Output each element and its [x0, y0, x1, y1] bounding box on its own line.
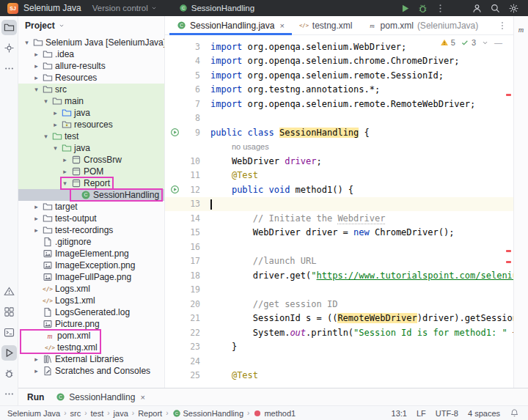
code-editor[interactable]: 5 3 — 3import org.openqa.selenium.WebDri…: [165, 35, 513, 388]
commit-tool-button[interactable]: [1, 40, 17, 56]
services-tool-button[interactable]: [1, 304, 17, 320]
chevron-right-icon[interactable]: ▸: [51, 109, 59, 117]
close-icon[interactable]: ×: [279, 21, 284, 30]
chevron-right-icon[interactable]: ▸: [32, 355, 40, 363]
inlay-hint-line[interactable]: no usages: [165, 140, 513, 155]
breadcrumb-java[interactable]: java: [112, 409, 130, 418]
chevron-right-icon[interactable]: ▸: [61, 156, 69, 163]
line-number[interactable]: 14: [181, 213, 200, 224]
breadcrumb-selenium-java[interactable]: Selenium Java: [6, 409, 62, 418]
tree-item-logs1-xml[interactable]: </>Logs1.xml: [18, 295, 164, 306]
tree-item-crossbrw[interactable]: ▸CrossBrw: [18, 154, 164, 166]
tree-item-testng-xml[interactable]: </>testng.xml: [21, 342, 100, 353]
chevron-right-icon[interactable]: ▸: [61, 168, 69, 175]
tab-pom-xml[interactable]: mpom.xml (SeleniumJava): [360, 16, 486, 34]
project-name[interactable]: Selenium Java: [23, 3, 81, 13]
breadcrumb-report[interactable]: Report: [136, 409, 164, 418]
tree-item-selenium-java-seleniumjava[interactable]: ▾Selenium Java [SeleniumJava]~/IdeaProj: [18, 37, 164, 48]
chevron-right-icon[interactable]: ▸: [32, 51, 40, 58]
tree-item-imageelement-png[interactable]: ImageElement.png: [18, 248, 164, 259]
run-tab[interactable]: C SessionHandling ×: [56, 392, 145, 402]
tree-item-external-libraries[interactable]: ▸External Libraries: [18, 353, 164, 365]
line-number[interactable]: 11: [181, 170, 200, 180]
project-tool-button[interactable]: [1, 20, 17, 35]
tree-item-test[interactable]: ▾test: [18, 130, 164, 142]
run-test-icon[interactable]: [168, 128, 181, 137]
close-icon[interactable]: ×: [140, 393, 144, 402]
tree-item-pom-xml[interactable]: mpom.xml: [21, 330, 100, 342]
breadcrumb-sessionhandling[interactable]: CSessionHandling: [171, 409, 246, 418]
tree-item-src[interactable]: ▾src: [18, 84, 164, 95]
more-actions[interactable]: [433, 1, 447, 15]
code-line-8[interactable]: 8: [165, 111, 513, 126]
line-number[interactable]: 5: [181, 70, 200, 81]
code-line-18[interactable]: 18 driver.get("https://www.tutorialspoin…: [165, 268, 513, 283]
tree-item-idea[interactable]: ▸.idea: [18, 48, 164, 60]
run-tool-button[interactable]: [1, 345, 17, 361]
line-number[interactable]: 9: [181, 128, 200, 138]
error-stripe-mark[interactable]: [506, 261, 511, 263]
debug-tool-button[interactable]: [1, 366, 17, 381]
file-encoding[interactable]: UTF-8: [436, 409, 458, 418]
tree-item-imagefullpage-png[interactable]: ImageFullPage.png: [18, 271, 164, 283]
tree-item-java[interactable]: ▾java: [18, 142, 164, 154]
line-separator[interactable]: LF: [417, 409, 426, 418]
search-icon[interactable]: [488, 1, 502, 15]
code-line-23[interactable]: 23 }: [165, 340, 513, 355]
notifications-icon[interactable]: [510, 408, 519, 418]
chevron-down-icon[interactable]: ▾: [61, 180, 69, 187]
code-line-22[interactable]: 22 System.out.println("Session Id is for…: [165, 325, 513, 340]
line-number[interactable]: 6: [181, 84, 200, 95]
line-number[interactable]: 10: [181, 156, 200, 166]
line-number[interactable]: 22: [181, 328, 200, 338]
code-line-4[interactable]: 4import org.openqa.selenium.chrome.Chrom…: [165, 54, 513, 69]
code-line-19[interactable]: 19: [165, 283, 513, 298]
tree-item-resources[interactable]: ▸resources: [18, 119, 164, 130]
chevron-right-icon[interactable]: ▸: [32, 203, 40, 210]
line-number[interactable]: 7: [181, 99, 200, 109]
code-line-7[interactable]: 7import org.openqa.selenium.remote.Remot…: [165, 97, 513, 111]
tree-item-logsgenerated-log[interactable]: LogsGenerated.log: [18, 306, 164, 318]
problems-tool-button[interactable]: [1, 284, 17, 299]
tree-item-sessionhandling[interactable]: CSessionHandling: [18, 189, 164, 201]
code-line-16[interactable]: 16: [165, 240, 513, 254]
line-number[interactable]: 19: [181, 284, 200, 295]
chevron-down-icon[interactable]: ▾: [23, 39, 31, 46]
breadcrumb-method1[interactable]: method1: [252, 409, 297, 418]
tab-testng-xml[interactable]: </>testng.xml: [292, 16, 360, 34]
code-line-25[interactable]: 25 @Test: [165, 369, 513, 383]
code-line-5[interactable]: 5import org.openqa.selenium.remote.Sessi…: [165, 68, 513, 83]
line-number[interactable]: 20: [181, 299, 200, 309]
breadcrumb-test[interactable]: test: [89, 409, 106, 418]
chevron-right-icon[interactable]: ▸: [32, 226, 40, 234]
tree-item-allure-results[interactable]: ▸allure-results: [18, 60, 164, 72]
line-number[interactable]: 16: [181, 242, 200, 252]
run-panel-title[interactable]: Run: [27, 392, 44, 402]
tree-item-test-recordings[interactable]: ▸test-recordings: [18, 224, 164, 236]
tree-item-pom[interactable]: ▸POM: [18, 166, 164, 177]
chevron-right-icon[interactable]: ▸: [32, 74, 40, 81]
error-stripe-mark[interactable]: [506, 250, 511, 252]
tree-item-picture-png[interactable]: Picture.png: [18, 318, 164, 330]
run-test-icon[interactable]: [168, 185, 181, 194]
run-button[interactable]: [397, 1, 412, 15]
line-number[interactable]: 12: [181, 185, 200, 195]
chevron-down-icon[interactable]: ▾: [42, 97, 50, 105]
code-line-17[interactable]: 17 //launch URL: [165, 254, 513, 269]
code-line-20[interactable]: 20 //get session ID: [165, 297, 513, 312]
chevron-right-icon[interactable]: ▸: [32, 215, 40, 222]
chevron-down-icon[interactable]: ▾: [32, 86, 40, 93]
tab-options-icon[interactable]: [491, 21, 513, 31]
tree-item-test-output[interactable]: ▸test-output: [18, 213, 164, 224]
line-number[interactable]: 25: [181, 370, 200, 380]
tree-item-target[interactable]: ▸target: [18, 201, 164, 213]
debug-button[interactable]: [415, 1, 430, 15]
chevron-down-icon[interactable]: ▾: [42, 133, 50, 140]
line-number[interactable]: 23: [181, 342, 200, 352]
tab-sessionhandling-java[interactable]: CSessionHandling.java×: [169, 16, 292, 34]
code-line-9[interactable]: 9public class SessionHandling {: [165, 125, 513, 140]
code-line-24[interactable]: 24: [165, 354, 513, 369]
settings-icon[interactable]: [506, 1, 521, 15]
tree-item-report[interactable]: ▾Report: [18, 177, 164, 189]
line-number[interactable]: 8: [181, 113, 200, 123]
